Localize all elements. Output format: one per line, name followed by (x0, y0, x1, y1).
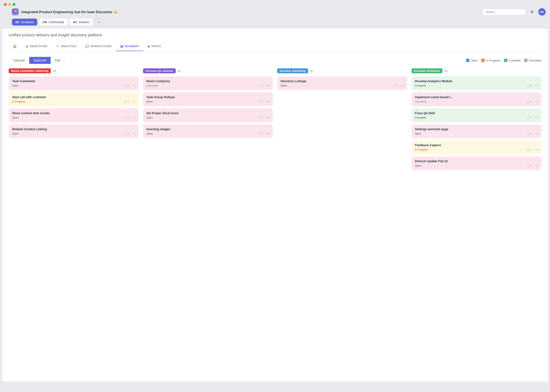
card-time: 🕐 0 (527, 84, 532, 87)
view-tab-objective[interactable]: Objective (29, 57, 50, 64)
list-item[interactable]: Fixes Q4 2022Complete🕐 4✓ 7 (411, 108, 542, 122)
check-icon: ✓ (131, 84, 133, 87)
card-status: Cancelled (147, 84, 158, 87)
card-title: Settings welcome page (415, 127, 538, 131)
filter-inprogress[interactable]: ✓ In Progress (481, 59, 500, 62)
card-title: Implement event-based t... (415, 95, 538, 99)
kanban-col-col4: Increase stickiness(6)Develop Analytics … (411, 68, 542, 172)
checkbox-inprogress: ✓ (481, 59, 485, 62)
view-tab-lifecycle[interactable]: Lifecycle (9, 57, 29, 64)
filter-open[interactable]: ✓ Open (466, 59, 478, 62)
header-right: ⚙ HK (482, 8, 546, 16)
filter-inprogress-label: In Progress (486, 59, 500, 62)
list-item[interactable]: Feedback CaptureIn Progress🕐 0✓ 0 (411, 140, 542, 154)
card-title: Dexie LiveQuery (147, 79, 270, 83)
checkbox-open: ✓ (466, 59, 470, 62)
view-tab-part[interactable]: Part (51, 57, 65, 64)
close-button[interactable] (4, 3, 7, 6)
card-status: Open (12, 84, 18, 87)
nav-item-parts[interactable]: ◈ PARTS (143, 42, 165, 51)
check-icon: ✓ (265, 100, 267, 103)
list-item[interactable]: Related Content LinkingOpen🕐 0✓ 0 (9, 124, 139, 138)
filter-cancelled[interactable]: ✓ Cancelled (524, 59, 541, 62)
list-item[interactable]: Inserting imagesOpen🕐 0✓ 0 (143, 124, 273, 138)
card-title: Task Comments (12, 79, 135, 83)
card-time: 🕐 0 (124, 132, 129, 135)
minimize-button[interactable] (8, 3, 11, 6)
card-time: 🕐 0 (527, 132, 532, 135)
nav-item-interactions[interactable]: 💬 INTERACTIONS (81, 42, 116, 51)
list-item[interactable]: Task CommentsOpen🕐 0✓ 0 (9, 76, 139, 90)
nav-item-home[interactable]: 🏠 (9, 42, 21, 51)
check-icon: ✓ (534, 116, 536, 119)
col-label-col1: Boost competitor switching (9, 68, 51, 73)
settings-button[interactable]: ⚙ (528, 8, 536, 16)
list-item[interactable]: Set Proper Dock IconsOpen🕐 0✓ 0 (143, 108, 273, 122)
nav-item-analytics[interactable]: 〜 ANALYTICS (52, 42, 81, 51)
parts-icon: ◈ (148, 45, 150, 48)
check-icon: ✓ (265, 116, 267, 119)
add-tab-button[interactable]: + (95, 18, 103, 26)
list-item[interactable]: Develop Analytics ModuleComplete🕐 0✓ 7 (411, 76, 542, 90)
card-title: Set Proper Dock Icons (147, 112, 270, 115)
list-item[interactable]: Implement event-based t...Cancelled🕐 0✓ … (411, 92, 542, 106)
list-item[interactable]: Dexie LiveQueryCancelled🕐 0✓ 0 (143, 76, 273, 90)
card-time: 🕐 0 (258, 84, 263, 87)
filter-complete[interactable]: ✓ Complete (504, 59, 521, 62)
app-header: 📦 Integrated Product Engineering hub for… (0, 0, 550, 16)
tab-dotcom[interactable]: DC Dotcom (70, 18, 93, 26)
kanban-board: Boost competitor switching(4)Task Commen… (9, 68, 541, 175)
card-status: Open (147, 132, 153, 135)
card-status: In Progress (415, 148, 428, 151)
roadmap-icon: ▤ (120, 45, 123, 48)
nav-item-roadmap[interactable]: ▤ ROADMAP (116, 42, 143, 51)
tab-abbr-cm: CM (43, 21, 47, 24)
checkbox-cancelled: ✓ (524, 59, 528, 62)
card-checks: ✓ 7 (534, 84, 538, 87)
list-item[interactable]: Settings welcome pageOpen🕐 0✓ 0 (411, 124, 542, 138)
card-time: 🕐 0 (124, 116, 129, 119)
tab-zerabase[interactable]: ZB Zerabase (12, 19, 37, 26)
nav-label-objectives: OBJECTIVES (30, 45, 47, 48)
card-title: Develop Analytics Module (415, 79, 538, 83)
check-icon: ✓ (265, 133, 267, 135)
check-icon: ✓ (131, 116, 133, 119)
card-status: Cancelled (415, 100, 426, 103)
col-header-col2: Increase Q1 revenue(4) (143, 68, 273, 73)
list-item[interactable]: Start call with customerIn Progress🕐 0✓ … (9, 92, 139, 106)
col-label-col4: Increase stickiness (411, 68, 443, 73)
tab-community[interactable]: CM Community (39, 18, 68, 26)
card-time: 🕐 0 (527, 148, 532, 151)
clock-icon: 🕐 (124, 116, 127, 119)
search-input[interactable] (482, 9, 526, 15)
nav-item-objectives[interactable]: ◎ OBJECTIVES (21, 42, 52, 51)
clock-icon: 🕐 (258, 116, 261, 119)
card-status: Open (415, 164, 421, 167)
filter-open-label: Open (471, 59, 478, 62)
card-checks: ✓ 0 (534, 148, 538, 151)
card-title: Directory Listings (281, 79, 404, 83)
list-item[interactable]: Directory ListingsOpen🕐 0✓ 0 (277, 76, 407, 90)
clock-icon: 🕐 (527, 148, 530, 151)
tab-abbr-zb: ZB (15, 21, 19, 24)
card-title: Dotcom Update Feb 22 (415, 160, 538, 163)
clock-icon: 🕐 (527, 164, 530, 167)
clock-icon: 🕐 (258, 100, 261, 103)
list-item[interactable]: Dotcom Update Feb 22Open🕐 4✓ 1 (411, 156, 542, 170)
card-title: Fixes Q4 2022 (415, 112, 538, 115)
card-checks: ✓ 0 (131, 100, 135, 103)
col-count-col2: (4) (177, 69, 181, 72)
clock-icon: 🕐 (392, 84, 395, 87)
clock-icon: 🕐 (124, 100, 127, 103)
maximize-button[interactable] (13, 3, 15, 6)
card-checks: ✓ 7 (534, 116, 538, 119)
list-item[interactable]: Task Group RollupsOpen🕐 0✓ 0 (143, 92, 273, 106)
avatar: HK (538, 8, 546, 16)
app-title: Integrated Product Engineering hub for t… (21, 10, 118, 14)
list-item[interactable]: Show content item countsOpen🕐 0✓ 0 (9, 108, 139, 122)
card-title: Feedback Capture (415, 143, 538, 147)
check-icon: ✓ (534, 100, 536, 103)
tab-label-zb: Zerabase (21, 20, 34, 24)
kanban-col-col1: Boost competitor switching(4)Task Commen… (9, 68, 139, 172)
home-icon: 🏠 (13, 45, 17, 48)
